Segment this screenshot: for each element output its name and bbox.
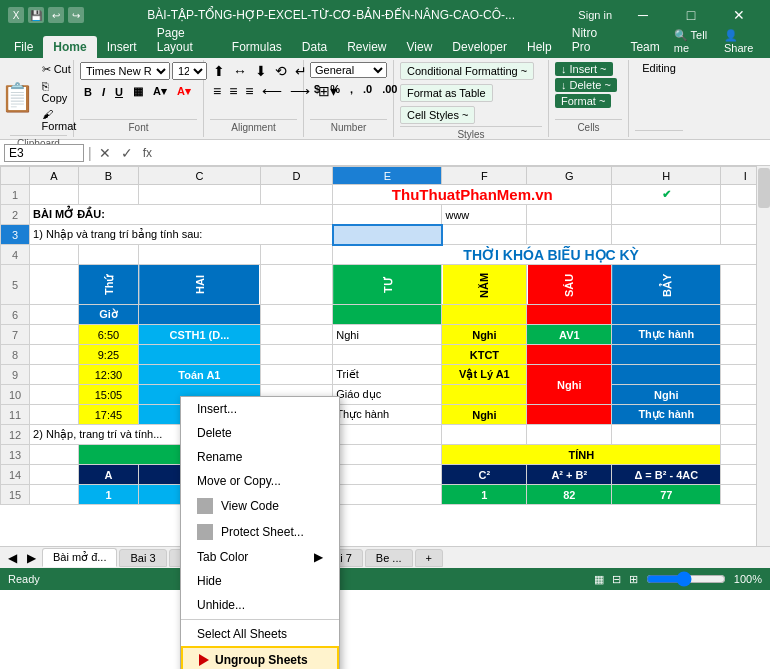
minimize-button[interactable]: ─ <box>620 0 666 30</box>
cell-e4[interactable]: THỜI KHÓA BIỂU HỌC KỲ <box>333 245 770 265</box>
col-header-c[interactable]: C <box>139 167 260 185</box>
context-menu-move-copy[interactable]: Move or Copy... <box>181 469 339 493</box>
cell-e3[interactable] <box>333 225 442 245</box>
bold-button[interactable]: B <box>80 85 96 99</box>
cell-h11[interactable]: Thực hành <box>612 405 721 425</box>
cell-a8[interactable] <box>30 345 79 365</box>
percent-button[interactable]: % <box>326 82 344 96</box>
cell-g12[interactable] <box>527 425 612 445</box>
name-box[interactable] <box>4 144 84 162</box>
cell-b5[interactable]: Thứ <box>78 265 139 305</box>
paste-button[interactable]: 📋 <box>0 79 37 116</box>
tab-formulas[interactable]: Formulas <box>222 36 292 58</box>
cell-d5[interactable] <box>260 265 333 305</box>
cell-a13[interactable] <box>30 445 79 465</box>
conditional-formatting-button[interactable]: Conditional Formatting ~ <box>400 62 534 80</box>
cell-f2[interactable]: www <box>442 205 527 225</box>
cell-h1[interactable]: ✔ <box>612 185 721 205</box>
cell-f14[interactable]: C² <box>442 465 527 485</box>
cell-b9[interactable]: 12:30 <box>78 365 139 385</box>
cell-b1[interactable] <box>78 185 139 205</box>
underline-button[interactable]: U <box>111 85 127 99</box>
context-menu-unhide[interactable]: Unhide... <box>181 593 339 617</box>
cell-e15[interactable] <box>333 485 442 505</box>
cell-a7[interactable] <box>30 325 79 345</box>
cell-h15[interactable]: 77 <box>612 485 721 505</box>
formula-input[interactable] <box>159 146 766 160</box>
cell-c7[interactable]: CSTH1 (D... <box>139 325 260 345</box>
cell-e11[interactable]: Thực hành <box>333 405 442 425</box>
cell-e8[interactable] <box>333 345 442 365</box>
context-menu-ungroup-sheets[interactable]: Ungroup Sheets <box>181 646 339 669</box>
align-top-button[interactable]: ⬆ <box>210 62 228 80</box>
cell-a10[interactable] <box>30 385 79 405</box>
col-header-f[interactable]: F <box>442 167 527 185</box>
cell-f11[interactable]: Nghi <box>442 405 527 425</box>
cell-c5[interactable]: HAI <box>139 265 260 305</box>
cell-d4[interactable] <box>260 245 333 265</box>
cell-g5[interactable]: SÁU <box>527 265 612 305</box>
cell-a1[interactable] <box>30 185 79 205</box>
zoom-slider[interactable] <box>646 571 726 587</box>
currency-button[interactable]: $ <box>310 82 324 96</box>
cell-h14[interactable]: Δ = B² - 4AC <box>612 465 721 485</box>
insert-cells-button[interactable]: ↓ Insert ~ <box>555 62 613 76</box>
cell-d6[interactable] <box>260 305 333 325</box>
sheet-tab-be[interactable]: Be ... <box>365 549 413 567</box>
cell-h10[interactable]: Nghi <box>612 385 721 405</box>
view-page-break-icon[interactable]: ⊞ <box>629 573 638 586</box>
cell-g11[interactable] <box>527 405 612 425</box>
context-menu-hide[interactable]: Hide <box>181 569 339 593</box>
cell-b7[interactable]: 6:50 <box>78 325 139 345</box>
tab-data[interactable]: Data <box>292 36 337 58</box>
cell-e7[interactable]: Nghi <box>333 325 442 345</box>
sheet-scroll-right[interactable]: ▶ <box>23 549 40 567</box>
col-header-d[interactable]: D <box>260 167 333 185</box>
cell-e13[interactable] <box>333 445 442 465</box>
cell-d7[interactable] <box>260 325 333 345</box>
tab-insert[interactable]: Insert <box>97 36 147 58</box>
save-icon[interactable]: 💾 <box>28 7 44 23</box>
sheet-tab-add[interactable]: + <box>415 549 443 567</box>
sheet-scroll-left[interactable]: ◀ <box>4 549 21 567</box>
cell-f10[interactable] <box>442 385 527 405</box>
sign-in-link[interactable]: Sign in <box>578 9 612 21</box>
tab-developer[interactable]: Developer <box>442 36 517 58</box>
undo-icon[interactable]: ↩ <box>48 7 64 23</box>
redo-icon[interactable]: ↪ <box>68 7 84 23</box>
align-center-button[interactable]: ≡ <box>226 82 240 100</box>
cell-e5[interactable]: TƯ <box>333 265 442 305</box>
align-left-button[interactable]: ≡ <box>210 82 224 100</box>
sheet-tab-bai-3[interactable]: Bai 3 <box>119 549 166 567</box>
view-normal-icon[interactable]: ▦ <box>594 573 604 586</box>
cell-f13[interactable]: TÍNH <box>442 445 721 465</box>
tab-review[interactable]: Review <box>337 36 396 58</box>
decrease-decimal-button[interactable]: .0 <box>359 82 376 96</box>
context-menu-insert[interactable]: Insert... <box>181 397 339 421</box>
col-header-e[interactable]: E <box>333 167 442 185</box>
delete-cells-button[interactable]: ↓ Delete ~ <box>555 78 617 92</box>
col-header-a[interactable]: A <box>30 167 79 185</box>
tell-me-box[interactable]: 🔍 Tell me <box>670 25 720 58</box>
cell-a6[interactable] <box>30 305 79 325</box>
context-menu-view-code[interactable]: View Code <box>181 493 339 519</box>
cell-g8[interactable] <box>527 345 612 365</box>
vertical-scrollbar[interactable] <box>756 166 770 546</box>
cell-g15[interactable]: 82 <box>527 485 612 505</box>
cell-e6[interactable] <box>333 305 442 325</box>
font-name-select[interactable]: Times New R <box>80 62 170 80</box>
decrease-indent-button[interactable]: ⟵ <box>259 82 285 100</box>
confirm-formula-icon[interactable]: ✓ <box>118 145 136 161</box>
cell-f5[interactable]: NĂM <box>442 265 527 305</box>
tab-team[interactable]: Team <box>620 36 669 58</box>
tab-page-layout[interactable]: Page Layout <box>147 22 222 58</box>
cell-h3[interactable] <box>612 225 721 245</box>
cell-c8[interactable] <box>139 345 260 365</box>
align-bottom-button[interactable]: ⬇ <box>252 62 270 80</box>
cell-h7[interactable]: Thực hành <box>612 325 721 345</box>
cell-f7[interactable]: Nghi <box>442 325 527 345</box>
cell-g6[interactable] <box>527 305 612 325</box>
context-menu-tab-color[interactable]: Tab Color ▶ <box>181 545 339 569</box>
tab-help[interactable]: Help <box>517 36 562 58</box>
cell-g2[interactable] <box>527 205 612 225</box>
